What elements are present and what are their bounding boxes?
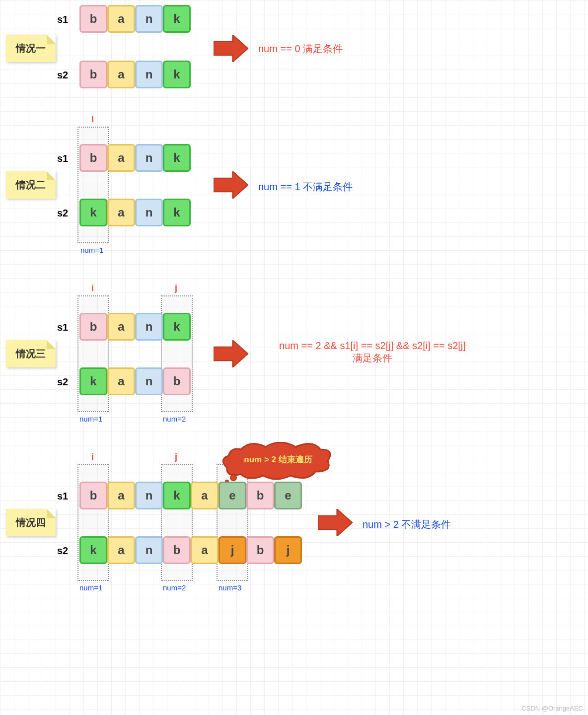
c4-num-0: num=1 bbox=[79, 583, 102, 592]
arrow-icon bbox=[214, 35, 248, 62]
c2-s2-cell-0: k bbox=[79, 199, 107, 226]
c2-s2-cell-3: k bbox=[163, 199, 191, 226]
c3-s2-label: s2 bbox=[57, 376, 68, 388]
c1-s2-cell-2: n bbox=[135, 61, 163, 88]
c4-s1-cell-6: b bbox=[246, 482, 274, 509]
c4-s2-cell-6: b bbox=[246, 536, 274, 564]
c3-num-1: num=2 bbox=[163, 415, 186, 423]
c4-s2-cell-4: a bbox=[191, 536, 219, 564]
svg-marker-0 bbox=[214, 35, 248, 62]
c3-s2-cell-0: k bbox=[79, 367, 107, 395]
c3-num-0: num=1 bbox=[79, 415, 102, 423]
svg-point-4 bbox=[225, 480, 228, 482]
sticky-case3: 情况三 bbox=[6, 340, 56, 367]
c1-s2-cell-1: a bbox=[107, 61, 135, 88]
c1-s1-label: s1 bbox=[57, 14, 68, 25]
cloud-callout: num > 2 结束遍历 bbox=[221, 442, 335, 484]
c2-s2-cell-1: a bbox=[107, 199, 135, 226]
c3-s2-cell-3: b bbox=[163, 367, 191, 395]
c4-s1-cell-1: a bbox=[107, 482, 135, 509]
arrow-icon bbox=[318, 509, 353, 536]
c4-s1-cell-3: k bbox=[163, 482, 191, 509]
c1-s2-cell-0: b bbox=[79, 61, 107, 88]
c4-s2-cell-1: a bbox=[107, 536, 135, 564]
c4-s2-cell-0: k bbox=[79, 536, 107, 564]
c2-s1-cell-0: b bbox=[79, 144, 107, 172]
c4-s2-cell-5: j bbox=[219, 536, 246, 564]
watermark: CSDN @OrangeAEC bbox=[521, 705, 583, 712]
c4-num-1: num=2 bbox=[163, 583, 186, 592]
c3-result: num == 2 && s1[i] == s2[j] && s2[i] == s… bbox=[248, 340, 497, 365]
c3-s1-cell-0: b bbox=[79, 313, 107, 341]
c2-s1-cell-3: k bbox=[163, 144, 191, 172]
sticky-case1: 情况一 bbox=[6, 35, 56, 62]
c3-s1-label: s1 bbox=[57, 322, 68, 333]
c4-s1-cell-7: e bbox=[274, 482, 302, 509]
c4-s1-cell-2: n bbox=[135, 482, 163, 509]
c4-s2-cell-2: n bbox=[135, 536, 163, 564]
c2-s1-label: s1 bbox=[57, 153, 68, 164]
c1-s1-cell-0: b bbox=[79, 5, 107, 33]
c3-i-0: i bbox=[91, 283, 94, 293]
c2-i: i bbox=[91, 114, 94, 125]
c3-s1-cell-2: n bbox=[135, 313, 163, 341]
sticky-case2: 情况二 bbox=[6, 171, 56, 199]
c4-s1-cell-5: e bbox=[219, 482, 246, 509]
c2-s2-label: s2 bbox=[57, 208, 68, 219]
arrow-icon bbox=[214, 171, 248, 199]
c1-s1-cell-3: k bbox=[163, 5, 191, 33]
svg-marker-1 bbox=[214, 171, 248, 199]
c4-s1-cell-0: b bbox=[79, 482, 107, 509]
svg-marker-2 bbox=[214, 340, 248, 367]
c3-s2-cell-2: n bbox=[135, 367, 163, 395]
c1-s2-cell-3: k bbox=[163, 61, 191, 88]
c2-num: num=1 bbox=[80, 246, 103, 254]
c2-s1-cell-2: n bbox=[135, 144, 163, 172]
c1-s2-label: s2 bbox=[57, 70, 68, 81]
c3-i-1: j bbox=[175, 283, 177, 293]
c1-s1-cell-2: n bbox=[135, 5, 163, 33]
c4-s2-cell-3: b bbox=[163, 536, 191, 564]
c1-result: num == 0 满足条件 bbox=[258, 42, 343, 56]
c4-s1-cell-4: a bbox=[191, 482, 219, 509]
arrow-icon bbox=[214, 340, 248, 367]
c1-s1-cell-1: a bbox=[107, 5, 135, 33]
svg-marker-5 bbox=[318, 509, 353, 536]
c4-i-1: j bbox=[175, 452, 177, 462]
c3-s2-cell-1: a bbox=[107, 367, 135, 395]
c4-s2-label: s2 bbox=[57, 545, 68, 557]
c4-s1-label: s1 bbox=[57, 491, 68, 502]
c4-num-2: num=3 bbox=[219, 583, 241, 592]
c2-s1-cell-1: a bbox=[107, 144, 135, 172]
sticky-case4: 情况四 bbox=[6, 509, 56, 536]
c4-result: num > 2 不满足条件 bbox=[363, 518, 451, 531]
c4-s2-cell-7: j bbox=[274, 536, 302, 564]
c3-s1-cell-1: a bbox=[107, 313, 135, 341]
c4-i-0: i bbox=[91, 452, 94, 462]
c2-s2-cell-2: n bbox=[135, 199, 163, 226]
c2-result: num == 1 不满足条件 bbox=[258, 180, 353, 194]
c3-s1-cell-3: k bbox=[163, 313, 191, 341]
